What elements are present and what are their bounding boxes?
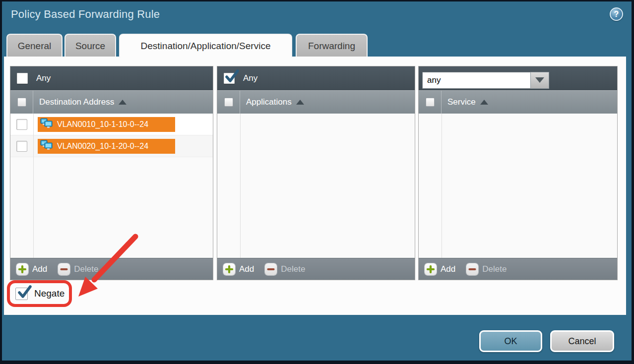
sort-ascending-icon (480, 100, 488, 105)
gutter-divider (33, 114, 34, 258)
applications-footer: Add Delete (217, 258, 415, 280)
network-address-icon (40, 118, 53, 131)
dialog-title: Policy Based Forwarding Rule (11, 8, 160, 21)
sort-ascending-icon (119, 100, 127, 105)
help-icon[interactable]: ? (610, 7, 623, 21)
address-row-checkbox[interactable] (16, 141, 27, 152)
applications-column-header: Applications (217, 90, 415, 114)
add-button[interactable]: Add (32, 264, 47, 274)
tab-forwarding[interactable]: Forwarding (296, 34, 368, 57)
destination-column-sort[interactable]: Destination Address (33, 97, 127, 107)
delete-icon[interactable] (265, 263, 277, 275)
tab-general[interactable]: General (6, 34, 63, 57)
destination-any-checkbox[interactable] (17, 73, 28, 84)
service-dropdown-button[interactable] (530, 72, 549, 89)
applications-column-label: Applications (246, 97, 292, 107)
negate-highlight-annotation: Negate (7, 280, 72, 307)
destination-column-label: Destination Address (39, 97, 114, 107)
tab-destination-application-service[interactable]: Destination/Application/Service (119, 34, 292, 58)
address-row-checkbox[interactable] (16, 119, 27, 130)
applications-any-label: Any (243, 73, 257, 83)
add-button[interactable]: Add (239, 264, 254, 274)
service-dropdown: any (422, 72, 549, 89)
destination-any-label: Any (36, 73, 51, 83)
add-icon[interactable] (16, 263, 28, 275)
address-badge[interactable]: VLAN0010_10-1-10-0--24 (38, 117, 175, 132)
service-dropdown-header: any (419, 66, 617, 90)
checkmark-icon (16, 285, 32, 302)
address-row[interactable]: VLAN0010_10-1-10-0--24 (10, 114, 213, 135)
destination-list: VLAN0010_10-1-10-0--24 (10, 114, 213, 258)
address-name: VLAN0020_10-1-20-0--24 (57, 142, 148, 151)
address-badge[interactable]: VLAN0020_10-1-20-0--24 (38, 139, 175, 154)
applications-select-all-checkbox[interactable] (224, 98, 233, 107)
applications-list (217, 114, 415, 258)
delete-icon[interactable] (466, 263, 478, 275)
delete-button[interactable]: Delete (74, 264, 98, 274)
cancel-button[interactable]: Cancel (550, 330, 614, 352)
delete-button[interactable]: Delete (281, 264, 305, 274)
service-list (419, 114, 617, 258)
destination-any-header: Any (10, 66, 213, 90)
checkmark-icon (224, 69, 240, 86)
address-name: VLAN0010_10-1-10-0--24 (57, 120, 148, 129)
sort-ascending-icon (296, 100, 304, 105)
gutter-divider (442, 114, 442, 258)
negate-checkbox[interactable] (15, 288, 28, 300)
service-select-all-checkbox[interactable] (426, 98, 435, 107)
delete-button[interactable]: Delete (482, 264, 507, 274)
applications-column-sort[interactable]: Applications (240, 97, 304, 107)
service-column-sort[interactable]: Service (442, 97, 488, 107)
ok-button[interactable]: OK (479, 330, 542, 352)
destination-select-all-checkbox[interactable] (17, 98, 26, 107)
applications-any-header: Any (217, 66, 415, 90)
delete-icon[interactable] (58, 263, 70, 275)
applications-panel: Any Applications Add Delete (217, 66, 415, 280)
address-row[interactable]: VLAN0020_10-1-20-0--24 (10, 135, 213, 157)
chevron-down-icon (535, 77, 544, 83)
network-address-icon (40, 140, 53, 153)
negate-label: Negate (34, 288, 64, 299)
service-footer: Add Delete (419, 258, 617, 280)
gutter-divider (240, 114, 241, 258)
destination-column-header: Destination Address (10, 90, 213, 114)
applications-any-checkbox[interactable] (224, 73, 235, 84)
add-button[interactable]: Add (441, 264, 455, 274)
service-panel: any Service Add Delete (418, 66, 618, 280)
service-dropdown-value[interactable]: any (422, 72, 530, 89)
service-column-label: Service (447, 97, 476, 107)
add-icon[interactable] (425, 263, 437, 275)
destination-footer: Add Delete (10, 258, 213, 280)
destination-address-panel: Any Destination Address (10, 66, 213, 280)
add-icon[interactable] (223, 263, 235, 275)
tab-source[interactable]: Source (64, 34, 116, 57)
service-column-header: Service (419, 90, 617, 114)
tab-content-area: Any Destination Address (4, 57, 626, 315)
